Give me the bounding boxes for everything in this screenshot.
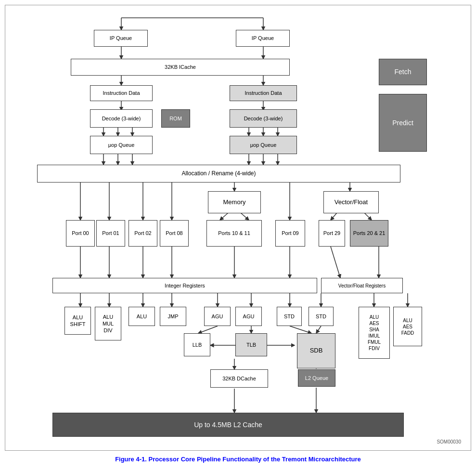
l2-queue: L2 Queue <box>298 369 335 387</box>
instruction-data-right: Instruction Data <box>230 85 297 101</box>
llb: LLB <box>184 333 210 356</box>
svg-line-51 <box>198 326 218 333</box>
decode-right: Decode (3-wide) <box>230 109 297 128</box>
diagram-outer: IP Queue IP Queue 32KB ICache Instructio… <box>5 5 471 451</box>
port-09: Port 09 <box>275 220 305 247</box>
page-container: IP Queue IP Queue 32KB ICache Instructio… <box>5 5 471 463</box>
port-02: Port 02 <box>129 220 157 247</box>
std2: STD <box>309 307 334 326</box>
fetch: Fetch <box>379 59 427 85</box>
sdb: SDB <box>297 333 335 368</box>
alu-aes-sha: ALU AES SHA IMUL FMUL FDIV <box>359 307 390 359</box>
svg-line-31 <box>331 213 337 220</box>
svg-line-57 <box>316 326 321 333</box>
svg-line-56 <box>290 326 311 333</box>
svg-line-28 <box>220 213 228 220</box>
tlb: TLB <box>235 333 267 356</box>
vector-float: Vector/Float <box>323 191 379 213</box>
agu1: AGU <box>204 307 231 326</box>
agu2: AGU <box>235 307 262 326</box>
svg-line-32 <box>364 213 372 220</box>
decode-left: Decode (3-wide) <box>90 109 153 128</box>
watermark: SOM00030 <box>437 439 461 444</box>
jmp: JMP <box>160 307 186 326</box>
l2-cache: Up to 4.5MB L2 Cache <box>52 413 404 437</box>
instruction-data-left: Instruction Data <box>90 85 153 101</box>
alu-aes-fadd: ALU AES FADD <box>393 307 422 346</box>
icache: 32KB ICache <box>71 59 290 76</box>
alu-shift: ALU SHIFT <box>64 307 91 335</box>
svg-line-39 <box>331 247 340 278</box>
ports-20-21: Ports 20 & 21 <box>350 220 388 247</box>
port-01: Port 01 <box>96 220 125 247</box>
alu3: ALU <box>129 307 155 326</box>
alloc-rename: Allocation / Rename (4-wide) <box>37 165 400 183</box>
svg-line-29 <box>241 213 249 220</box>
ip-queue-left: IP Queue <box>94 30 148 47</box>
alu-mul-div: ALU MUL DIV <box>95 307 121 340</box>
memory: Memory <box>208 191 261 213</box>
uop-queue-right: μop Queue <box>230 136 297 154</box>
std1: STD <box>277 307 302 326</box>
port-29: Port 29 <box>319 220 345 247</box>
rom: ROM <box>161 109 190 128</box>
port-00: Port 00 <box>66 220 95 247</box>
integer-registers: Integer Registers <box>52 278 317 293</box>
ports-10-11: Ports 10 & 11 <box>206 220 262 247</box>
predict: Predict <box>379 94 427 152</box>
vf-registers: Vector/Float Registers <box>321 278 403 293</box>
ip-queue-right: IP Queue <box>236 30 290 47</box>
dcache: 32KB DCache <box>210 369 268 388</box>
figure-caption: Figure 4-1. Processor Core Pipeline Func… <box>5 456 471 463</box>
uop-queue-left: μop Queue <box>90 136 153 154</box>
diagram-inner: IP Queue IP Queue 32KB ICache Instructio… <box>13 13 463 446</box>
port-08: Port 08 <box>160 220 189 247</box>
